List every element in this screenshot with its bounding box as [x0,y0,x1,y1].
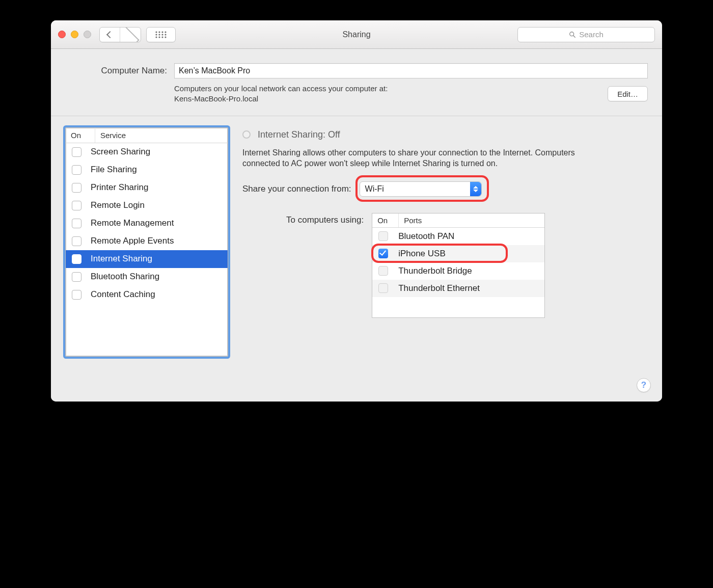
search-input[interactable]: Search [517,27,655,42]
service-name: Remote Management [91,218,174,228]
service-on-checkbox[interactable] [72,165,81,175]
service-name: Bluetooth Sharing [91,272,159,282]
port-name: Thunderbolt Bridge [398,266,472,276]
service-on-checkbox[interactable] [72,201,81,210]
service-row[interactable]: Content Caching [66,286,228,304]
service-row[interactable]: Remote Apple Events [66,232,228,250]
service-on-checkbox[interactable] [72,183,81,193]
service-name: Internet Sharing [91,254,152,264]
port-row[interactable]: Bluetooth PAN [372,228,544,245]
computer-name-description: Computers on your local network can acce… [174,84,388,104]
service-on-checkbox[interactable] [72,254,81,264]
svg-point-5 [158,34,160,35]
service-on-checkbox[interactable] [72,290,81,300]
window-zoom-button[interactable] [84,31,91,38]
service-row[interactable]: Bluetooth Sharing [66,268,228,286]
svg-point-9 [158,36,160,38]
service-row[interactable]: Printer Sharing [66,179,228,197]
service-row[interactable]: Screen Sharing [66,143,228,161]
computer-name-field[interactable] [174,63,648,78]
port-row[interactable]: iPhone USB [372,245,544,262]
ports-table[interactable]: On Ports Bluetooth PANiPhone USBThunderb… [372,213,545,318]
svg-point-4 [155,34,157,35]
svg-point-3 [164,31,166,33]
port-name: Bluetooth PAN [398,231,454,242]
titlebar: Sharing Search [51,20,662,49]
port-on-checkbox[interactable] [378,283,388,293]
port-name: Thunderbolt Ethernet [398,283,480,293]
services-header-on: On [66,128,95,143]
back-button[interactable] [100,28,120,42]
nav-back-forward [99,27,141,42]
service-on-checkbox[interactable] [72,147,81,157]
service-row[interactable]: Remote Login [66,197,228,215]
ports-header-ports: Ports [399,213,544,227]
service-status: Internet Sharing: Off [242,129,648,140]
services-table[interactable]: On Service Screen SharingFile SharingPri… [65,127,228,357]
ports-table-header: On Ports [372,213,544,228]
service-name: Screen Sharing [91,147,150,157]
grid-icon [155,31,167,38]
show-all-button[interactable] [146,27,176,42]
body: On Service Screen SharingFile SharingPri… [51,116,662,402]
port-on-checkbox[interactable] [378,249,388,258]
services-table-header: On Service [66,128,228,143]
services-header-service: Service [95,128,228,143]
service-on-checkbox[interactable] [72,236,81,246]
svg-point-11 [164,36,166,38]
port-on-checkbox[interactable] [378,231,388,241]
edit-button[interactable]: Edit… [608,86,648,101]
stepper-icon [470,182,481,196]
computer-name-label: Computer Name: [65,66,167,76]
window-minimize-button[interactable] [71,31,78,38]
status-title: Internet Sharing: Off [258,129,340,140]
svg-point-6 [161,34,163,35]
share-from-label: Share your connection from: [242,184,351,194]
port-name: iPhone USB [398,249,446,259]
computer-name-panel: Computer Name: Computers on your local n… [51,49,662,116]
service-name: Content Caching [91,289,155,300]
port-on-checkbox[interactable] [378,266,388,276]
svg-point-0 [155,31,157,33]
service-name: File Sharing [91,165,137,175]
service-row[interactable]: File Sharing [66,161,228,179]
service-row[interactable]: Internet Sharing [66,250,228,268]
search-icon [569,31,576,38]
forward-button[interactable] [120,28,141,42]
service-on-checkbox[interactable] [72,219,81,228]
svg-point-2 [161,31,163,33]
to-using-label: To computers using: [286,215,364,225]
service-name: Printer Sharing [91,182,148,193]
chevron-left-icon [106,31,113,38]
share-from-value: Wi-Fi [365,184,384,194]
traffic-lights [58,31,91,38]
svg-point-10 [161,36,163,38]
service-description: Internet Sharing allows other computers … [242,147,589,169]
svg-line-13 [573,35,575,37]
service-name: Remote Apple Events [91,236,174,246]
sharing-preferences-window: Sharing Search Computer Name: Computers … [51,20,662,402]
svg-point-1 [158,31,160,33]
window-close-button[interactable] [58,31,66,38]
ports-header-on: On [372,213,399,227]
port-row[interactable]: Thunderbolt Bridge [372,262,544,280]
svg-point-7 [164,34,166,35]
status-indicator-icon [242,130,251,139]
detail-panel: Internet Sharing: Off Internet Sharing a… [242,127,648,387]
service-name: Remote Login [91,200,145,210]
service-row[interactable]: Remote Management [66,215,228,232]
help-button[interactable]: ? [637,378,651,392]
service-on-checkbox[interactable] [72,272,81,282]
chevron-right-icon [121,27,139,42]
share-from-popup[interactable]: Wi-Fi [360,181,482,197]
search-placeholder: Search [579,30,604,39]
port-row[interactable]: Thunderbolt Ethernet [372,280,544,297]
svg-point-8 [155,36,157,38]
